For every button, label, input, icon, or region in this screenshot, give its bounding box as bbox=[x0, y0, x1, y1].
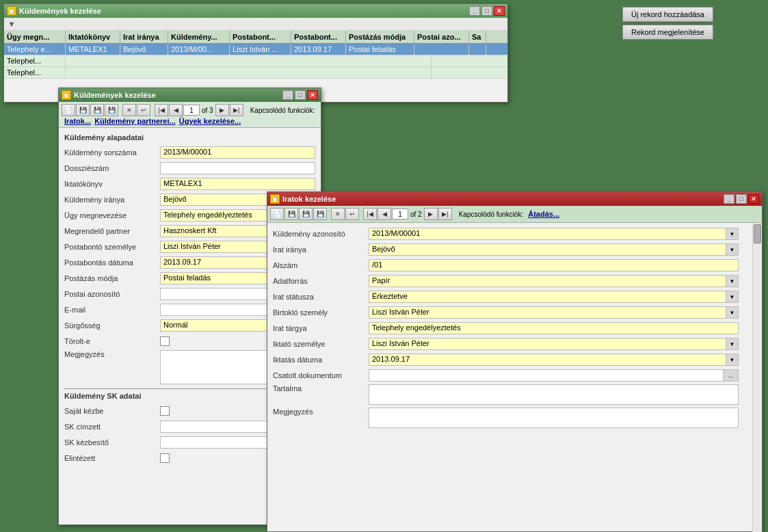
idropdown-adatforras[interactable]: ▼ bbox=[726, 275, 739, 287]
ilabel-datum: Iktatás dátuma bbox=[273, 356, 369, 364]
ivalue-adatforras[interactable]: Papír bbox=[369, 275, 726, 287]
ivalue-iktato[interactable]: Liszi István Péter bbox=[369, 338, 726, 350]
idropdown-iktato[interactable]: ▼ bbox=[726, 338, 739, 350]
label-postai-azon: Postai azonosító bbox=[64, 290, 160, 298]
nav-redo-btn[interactable]: ↩ bbox=[137, 104, 150, 116]
ivalue-iranya[interactable]: Bejövő bbox=[369, 243, 726, 256]
idropdown-birtok[interactable]: ▼ bbox=[726, 306, 739, 319]
inav-page-total: of 2 bbox=[409, 211, 423, 218]
inav-next-btn[interactable]: ▶ bbox=[424, 208, 438, 220]
ilabel-iranya: Irat iránya bbox=[273, 245, 369, 254]
table-row[interactable]: Telephel... bbox=[4, 67, 507, 79]
maximize-button[interactable]: □ bbox=[481, 6, 492, 16]
nav-save-btn[interactable]: 💾 bbox=[76, 104, 90, 116]
ivalue-row-birtok: Liszi István Péter ▼ bbox=[369, 306, 739, 319]
col-irat[interactable]: Irat iránya bbox=[120, 31, 168, 43]
ivalue-birtok[interactable]: Liszi István Péter bbox=[369, 306, 726, 319]
ivalue-tartalma[interactable] bbox=[369, 384, 739, 405]
value-dossziezam[interactable] bbox=[160, 162, 315, 174]
close-button[interactable]: ✕ bbox=[494, 6, 505, 16]
col-sa[interactable]: Sa bbox=[469, 31, 486, 43]
col-iktato[interactable]: Iktatókönyv bbox=[66, 31, 120, 43]
ilabel-birtok: Birtokló személy bbox=[273, 308, 369, 317]
row-dossziezam: Dossziészám bbox=[64, 161, 315, 175]
nav-save2-btn[interactable]: 💾 bbox=[90, 104, 104, 116]
idropdown-datum[interactable]: ▼ bbox=[726, 354, 739, 366]
ivalue-row-csatolt: ... bbox=[369, 369, 739, 382]
ibrowse-csatolt[interactable]: ... bbox=[724, 369, 739, 382]
dialog-i-minimize[interactable]: _ bbox=[724, 194, 734, 204]
dialog-i-maximize[interactable]: □ bbox=[736, 194, 747, 204]
inav-save2-btn[interactable]: 💾 bbox=[299, 208, 313, 220]
inav-prev-btn[interactable]: ◀ bbox=[378, 208, 391, 220]
col-postazas[interactable]: Postázás módja bbox=[346, 31, 414, 43]
iratok-form: Küldemény azonosító 2013/M/00001 ▼ Irat … bbox=[267, 223, 752, 524]
nav-new-btn[interactable]: 📄 bbox=[62, 104, 75, 116]
inav-last-btn[interactable]: ▶| bbox=[438, 208, 452, 220]
inav-page-input[interactable]: 1 bbox=[392, 209, 408, 220]
cell-sa bbox=[469, 44, 486, 55]
nav-page-input[interactable]: 1 bbox=[183, 105, 200, 116]
ivalue-csatolt[interactable] bbox=[369, 369, 724, 382]
label-sorszama: Küldemény sorszáma bbox=[64, 148, 160, 157]
label-torolt: Törolt-e bbox=[64, 337, 160, 345]
inav-new-btn[interactable]: 📄 bbox=[270, 208, 284, 220]
checkbox-elintezett[interactable] bbox=[160, 453, 170, 463]
nav-last-btn[interactable]: ▶| bbox=[230, 104, 243, 116]
ivalue-datum[interactable]: 2013.09.17 bbox=[369, 354, 726, 366]
nav-undo-btn[interactable]: ✕ bbox=[122, 104, 136, 116]
checkbox-sajat[interactable] bbox=[160, 406, 170, 416]
col-kuldemeny[interactable]: Küldemény... bbox=[168, 31, 230, 43]
dialog-k-minimize[interactable]: _ bbox=[282, 90, 293, 100]
col-postabont1[interactable]: Postabont... bbox=[230, 31, 291, 43]
col-postai[interactable]: Postai azo... bbox=[414, 31, 469, 43]
ivalue-row-iktato: Liszi István Péter ▼ bbox=[369, 338, 739, 350]
col-ugy[interactable]: Ügy megn... bbox=[4, 31, 66, 43]
irow-alszam: Alszám /01 bbox=[273, 258, 739, 272]
show-record-button[interactable]: Rekord megjelenítése bbox=[622, 25, 713, 40]
new-record-button[interactable]: Új rekord hozzáadása bbox=[622, 7, 713, 22]
ilabel-statusz: Irat státusza bbox=[273, 293, 369, 301]
ivalue-statusz[interactable]: Érkeztetve bbox=[369, 291, 726, 303]
inav-save3-btn[interactable]: 💾 bbox=[313, 208, 327, 220]
nav-ugyek-link[interactable]: Ügyek kezelése... bbox=[179, 117, 241, 125]
ivalue-tartalma-container bbox=[369, 384, 739, 405]
ivalue-azonosito[interactable]: 2013/M/00001 bbox=[369, 228, 726, 240]
scrollbar-v[interactable] bbox=[752, 223, 762, 532]
ivalue-targya[interactable]: Telephely engedélyeztetés bbox=[369, 322, 739, 334]
idropdown-iranya[interactable]: ▼ bbox=[726, 243, 739, 256]
ivalue-alszam[interactable]: /01 bbox=[369, 259, 739, 271]
irow-imegjegyzes: Megjegyzés bbox=[273, 408, 739, 428]
nav-iratok-link[interactable]: Iratok... bbox=[64, 117, 91, 125]
dialog-kuldemeny-titlebar: 📋 Küldemények kezelése _ □ ✕ bbox=[59, 88, 321, 102]
inav-atadas-link[interactable]: Átadás... bbox=[528, 210, 559, 218]
inav-redo-btn[interactable]: ↩ bbox=[345, 208, 359, 220]
minimize-button[interactable]: _ bbox=[469, 6, 480, 16]
value-sorszama[interactable]: 2013/M/00001 bbox=[160, 146, 315, 159]
nav-partners-link[interactable]: Küldemény partnerei... bbox=[94, 117, 176, 125]
idropdown-azonosito[interactable]: ▼ bbox=[726, 228, 739, 240]
col-postabont2[interactable]: Postabont... bbox=[291, 31, 346, 43]
label-postabonto: Postabontó személye bbox=[64, 243, 160, 251]
nav-next-btn[interactable]: ▶ bbox=[215, 104, 229, 116]
irow-azonosito: Küldemény azonosító 2013/M/00001 ▼ bbox=[273, 227, 739, 241]
inav-undo-btn[interactable]: ✕ bbox=[331, 208, 345, 220]
nav-first-btn[interactable]: |◀ bbox=[155, 104, 168, 116]
table-row[interactable]: Telephely e... METALEX1 Bejövő 2013/M/00… bbox=[4, 44, 507, 55]
label-sajat-kezbe: Saját kézbe bbox=[64, 407, 160, 415]
inav-first-btn[interactable]: |◀ bbox=[363, 208, 377, 220]
table-row[interactable]: Telephel... bbox=[4, 55, 507, 67]
checkbox-torolt[interactable] bbox=[160, 336, 170, 346]
ivalue-imegjegyzes[interactable] bbox=[369, 408, 739, 428]
nav-save3-btn[interactable]: 💾 bbox=[105, 104, 118, 116]
irelated-label: Kapcsolódó funkciók: bbox=[459, 211, 524, 218]
dialog-i-close[interactable]: ✕ bbox=[748, 194, 759, 204]
dialog-k-maximize[interactable]: □ bbox=[295, 90, 306, 100]
nav-prev-btn[interactable]: ◀ bbox=[169, 104, 183, 116]
label-postazas: Postázás módja bbox=[64, 274, 160, 282]
irow-statusz: Irat státusza Érkeztetve ▼ bbox=[273, 290, 739, 304]
value-iktato[interactable]: METALEX1 bbox=[160, 178, 315, 190]
dialog-k-close[interactable]: ✕ bbox=[307, 90, 318, 100]
idropdown-statusz[interactable]: ▼ bbox=[726, 291, 739, 303]
inav-save-btn[interactable]: 💾 bbox=[284, 208, 298, 220]
